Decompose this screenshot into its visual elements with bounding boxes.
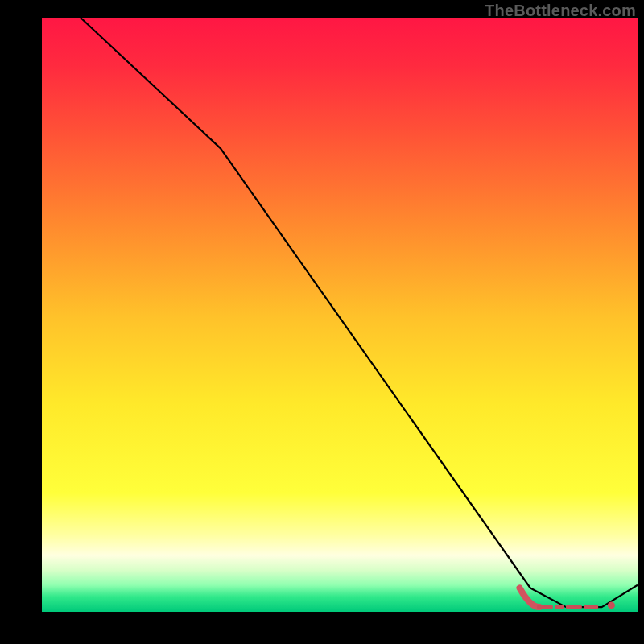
chart-stage: TheBottleneck.com <box>0 0 644 644</box>
flat-region-end-dot <box>608 601 615 609</box>
watermark-text: TheBottleneck.com <box>485 2 636 20</box>
bottleneck-chart <box>0 0 644 644</box>
plot-background <box>42 18 638 612</box>
